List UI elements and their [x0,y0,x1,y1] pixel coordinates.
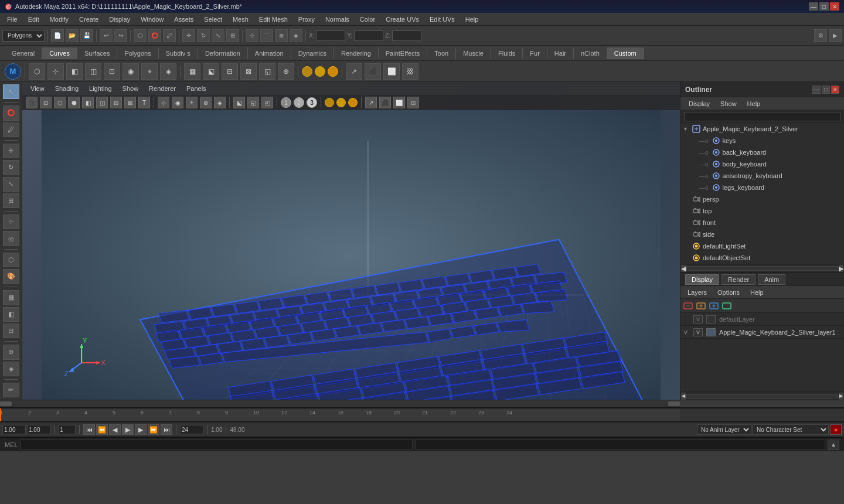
script-expand-btn[interactable]: ▲ [828,440,839,450]
menu-file[interactable]: File [2,15,22,24]
menu-mesh[interactable]: Mesh [228,15,253,24]
soft-mod-btn[interactable]: ◎ [3,231,19,246]
vp-select-objects[interactable]: ⊡ [40,97,52,108]
undo-button[interactable]: ↩ [100,29,113,42]
vp-toggle-light1[interactable]: ◧ [82,97,94,108]
menu-normals[interactable]: Normals [321,15,354,24]
tree-item-default-object-set[interactable]: defaultObjectSet [680,252,844,264]
transform-tool[interactable]: ⊞ [226,29,239,42]
layer-scroll-right[interactable]: ▶ [839,393,843,400]
tree-item-legs-keyboard[interactable]: —o legs_keyboard [680,182,844,193]
viewport-menu-panels[interactable]: Panels [182,84,211,93]
vp-light-3[interactable] [348,98,358,107]
display-layer-btn[interactable]: ▦ [3,290,19,305]
shelf-tab-custom[interactable]: Custom [607,47,644,59]
play-go-start[interactable]: ⏮ [83,424,95,435]
tree-item-back-keyboard[interactable]: —o back_keyboard [680,147,844,158]
outliner-scroll-right[interactable]: ▶ [839,265,843,272]
tree-item-anisotropy[interactable]: —o anisotropy_keyboard [680,170,844,182]
menu-edit-uvs[interactable]: Edit UVs [425,15,460,24]
select-tool[interactable]: ⬡ [134,29,147,42]
vp-select-obj[interactable]: ⬛ [379,97,391,108]
range-start-handle[interactable] [0,401,12,406]
shelf-icon-13[interactable]: ◱ [259,63,275,80]
playhead[interactable] [0,408,1,422]
layer-menu-layers[interactable]: Layers [683,288,712,297]
render-btn[interactable]: ⬡ [3,253,19,267]
frame-step-input[interactable] [58,425,76,434]
char-set-select[interactable]: No Character Set [753,424,829,435]
mode-select[interactable]: Polygons [2,30,45,42]
vp-toggle-paint[interactable]: T [138,97,150,108]
minimize-button[interactable]: — [809,2,818,11]
shelf-tab-muscle[interactable]: Muscle [456,47,491,59]
vp-light-1[interactable] [325,98,334,107]
vp-light-2[interactable] [336,98,346,107]
outliner-search-input[interactable] [684,112,840,121]
menu-assets[interactable]: Assets [169,15,198,24]
vp-quality-med[interactable]: 2 [294,97,304,108]
shelf-icon-10[interactable]: ⬕ [203,63,219,80]
snap-grid-btn[interactable]: ⊕ [3,345,19,359]
layer-delete-icon[interactable] [696,301,706,311]
vp-quality-high[interactable]: 3 [307,97,317,108]
shelf-tab-subdivs[interactable]: Subdiv s [159,47,198,59]
transform-btn[interactable]: ⊞ [3,193,19,208]
scale-btn[interactable]: ⤡ [3,177,19,192]
vp-toggle-hud[interactable]: ◉ [172,97,183,108]
frame-current-input[interactable] [27,425,50,434]
layer-remove-sel-icon[interactable] [722,301,732,311]
tree-item-group[interactable]: ▼ Apple_Magic_Keyboard_2_Silver [680,123,844,135]
layer-tab-anim[interactable]: Anim [758,274,785,285]
layer-v-btn[interactable]: V [693,328,703,336]
y-input[interactable] [354,30,383,41]
shelf-icon-3d-2[interactable]: ⬜ [383,63,400,80]
vp-quality-low[interactable]: 1 [281,97,291,108]
shelf-tab-fur[interactable]: Fur [523,47,547,59]
layer-color-swatch[interactable] [706,328,716,336]
shelf-icon-9[interactable]: ▦ [184,63,200,80]
snap-grid[interactable]: ⊹ [246,29,258,42]
mel-input[interactable] [21,440,413,450]
tree-item-keys[interactable]: —o keys [680,135,844,147]
shelf-tab-ncloth[interactable]: nCloth [574,47,607,59]
viewport-menu-renderer[interactable]: Renderer [144,84,181,93]
move-btn[interactable]: ✛ [3,144,19,158]
menu-window[interactable]: Window [136,15,168,24]
show-manip-btn[interactable]: ⊹ [3,214,19,229]
render-settings[interactable]: ⚙ [814,29,827,42]
vp-toggle-ao[interactable]: ◰ [261,97,273,108]
shelf-icon-arrow[interactable]: ↗ [346,63,362,80]
tree-item-persp[interactable]: persp [680,193,844,205]
vp-toggle-aa[interactable]: ⬕ [233,97,245,108]
tree-item-side[interactable]: side [680,229,844,240]
play-next-frame[interactable]: ▶ [135,424,147,435]
menu-create-uvs[interactable]: Create UVs [381,15,424,24]
play-prev-frame[interactable]: ◀ [109,424,121,435]
layer-default[interactable]: V defaultLayer [680,313,844,326]
tree-item-default-light-set[interactable]: defaultLightSet [680,240,844,252]
play-forward[interactable]: ▶ [122,424,134,435]
shelf-tab-animation[interactable]: Animation [248,47,291,59]
snap-surface[interactable]: ◈ [290,29,302,42]
vp-toggle-uv[interactable]: ◫ [96,97,108,108]
rotate-btn[interactable]: ↻ [3,160,19,175]
play-next-key[interactable]: ⏩ [148,424,159,435]
vp-toggle-select[interactable]: ◈ [214,97,226,108]
shelf-icon-6[interactable]: ◉ [122,63,139,80]
frame-start-input[interactable] [2,425,26,434]
play-go-end[interactable]: ⏭ [161,424,172,435]
menu-proxy[interactable]: Proxy [294,15,319,24]
layer-scrollbar[interactable]: ◀ ▶ [680,391,844,400]
shelf-light-1[interactable] [302,66,312,77]
open-button[interactable]: 📂 [66,29,79,42]
shelf-icon-8[interactable]: ◈ [160,63,176,80]
outliner-max-btn[interactable]: □ [822,86,830,94]
layer-box[interactable] [706,315,716,323]
layer-create-icon[interactable] [683,301,693,311]
maximize-button[interactable]: □ [819,2,829,11]
shelf-icon-14[interactable]: ⊕ [278,63,294,80]
shelf-icon-4[interactable]: ◫ [85,63,101,80]
new-scene-button[interactable]: 📄 [51,29,64,42]
tree-item-front[interactable]: front [680,217,844,229]
